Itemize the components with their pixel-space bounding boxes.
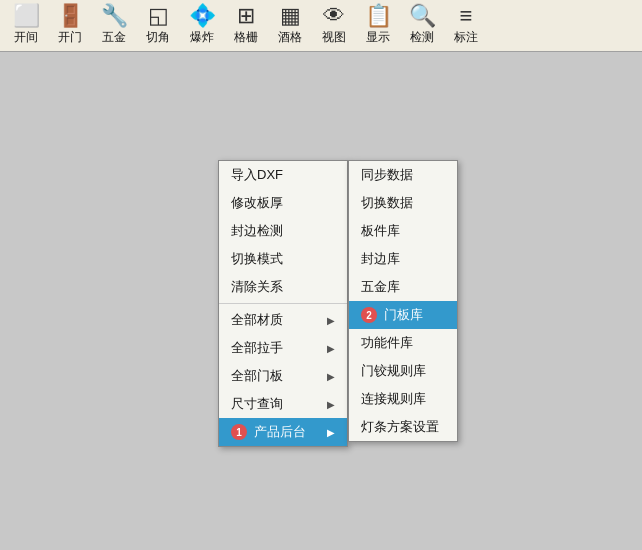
menu-item-import-dxf[interactable]: 导入DXF — [219, 161, 347, 189]
qiejiao-label: 切角 — [146, 29, 170, 46]
menu-item-all-panel[interactable]: 全部门板 — [219, 362, 347, 390]
door-lib-badge: 2 — [361, 307, 377, 323]
qiejiao-icon: ◱ — [148, 5, 169, 27]
geshi-label: 格栅 — [234, 29, 258, 46]
menu-item-modify-thickness[interactable]: 修改板厚 — [219, 189, 347, 217]
menu-item-edge-detect[interactable]: 封边检测 — [219, 217, 347, 245]
kaijian-label: 开间 — [14, 29, 38, 46]
kaimen-icon: 🚪 — [57, 5, 84, 27]
jianche-icon: 🔍 — [409, 5, 436, 27]
submenu-item-sync-data[interactable]: 同步数据 — [349, 161, 457, 189]
toolbar-item-jianche[interactable]: 🔍 检测 — [400, 1, 444, 51]
submenu-item-hardware-lib[interactable]: 五金库 — [349, 273, 457, 301]
submenu-product-backend: 同步数据 切换数据 板件库 封边库 五金库 2 门板库 功能件库 门铰规则库 连… — [348, 160, 458, 442]
toolbar-item-biaozhu[interactable]: ≡ 标注 — [444, 1, 488, 51]
toolbar-item-qiejiao[interactable]: ◱ 切角 — [136, 1, 180, 51]
baozha-icon: 💠 — [189, 5, 216, 27]
menu-item-clear-relation[interactable]: 清除关系 — [219, 273, 347, 301]
menu-item-all-handle[interactable]: 全部拉手 — [219, 334, 347, 362]
canvas-area[interactable]: 导入DXF 修改板厚 封边检测 切换模式 清除关系 全部材质 全部拉手 全部门板… — [0, 52, 642, 550]
kaimen-label: 开门 — [58, 29, 82, 46]
product-backend-badge: 1 — [231, 424, 247, 440]
toolbar-item-jiuge[interactable]: ▦ 酒格 — [268, 1, 312, 51]
context-menu: 导入DXF 修改板厚 封边检测 切换模式 清除关系 全部材质 全部拉手 全部门板… — [218, 160, 348, 447]
xianshi-icon: 📋 — [365, 5, 392, 27]
toolbar-item-xianshi[interactable]: 📋 显示 — [356, 1, 400, 51]
toolbar-item-wujin[interactable]: 🔧 五金 — [92, 1, 136, 51]
toolbar: ⬜ 开间 🚪 开门 🔧 五金 ◱ 切角 💠 爆炸 ⊞ 格栅 ▦ 酒格 👁 视图 … — [0, 0, 642, 52]
kaijian-icon: ⬜ — [13, 5, 40, 27]
biaozhu-label: 标注 — [454, 29, 478, 46]
submenu-item-hinge-lib[interactable]: 门铰规则库 — [349, 357, 457, 385]
submenu-item-connect-lib[interactable]: 连接规则库 — [349, 385, 457, 413]
geshi-icon: ⊞ — [237, 5, 255, 27]
toolbar-item-baozha[interactable]: 💠 爆炸 — [180, 1, 224, 51]
menu-item-switch-mode[interactable]: 切换模式 — [219, 245, 347, 273]
submenu-item-switch-data[interactable]: 切换数据 — [349, 189, 457, 217]
baozha-label: 爆炸 — [190, 29, 214, 46]
menu-separator-1 — [219, 303, 347, 304]
shitu-label: 视图 — [322, 29, 346, 46]
submenu-item-light-lib[interactable]: 灯条方案设置 — [349, 413, 457, 441]
submenu-item-parts-lib[interactable]: 功能件库 — [349, 329, 457, 357]
jiuge-label: 酒格 — [278, 29, 302, 46]
toolbar-item-shitu[interactable]: 👁 视图 — [312, 1, 356, 51]
wujin-label: 五金 — [102, 29, 126, 46]
submenu-item-panel-lib[interactable]: 板件库 — [349, 217, 457, 245]
menu-item-product-backend[interactable]: 1 产品后台 — [219, 418, 347, 446]
wujin-icon: 🔧 — [101, 5, 128, 27]
shitu-icon: 👁 — [323, 5, 345, 27]
toolbar-item-kaijian[interactable]: ⬜ 开间 — [4, 1, 48, 51]
menu-item-all-material[interactable]: 全部材质 — [219, 306, 347, 334]
jiuge-icon: ▦ — [280, 5, 301, 27]
jianche-label: 检测 — [410, 29, 434, 46]
menu-item-size-query[interactable]: 尺寸查询 — [219, 390, 347, 418]
toolbar-item-geshi[interactable]: ⊞ 格栅 — [224, 1, 268, 51]
xianshi-label: 显示 — [366, 29, 390, 46]
submenu-item-door-lib[interactable]: 2 门板库 — [349, 301, 457, 329]
biaozhu-icon: ≡ — [460, 5, 473, 27]
toolbar-item-kaimen[interactable]: 🚪 开门 — [48, 1, 92, 51]
submenu-item-edge-lib[interactable]: 封边库 — [349, 245, 457, 273]
